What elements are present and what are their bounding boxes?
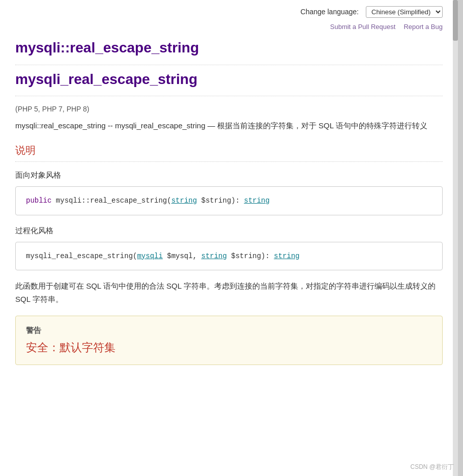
code-block-oop: public mysqli::real_escape_string(string… — [15, 186, 443, 215]
type-return-oop[interactable]: string — [244, 197, 270, 205]
description: mysqli::real_escape_string -- mysqli_rea… — [15, 119, 443, 132]
warning-title: 安全：默认字符集 — [26, 339, 432, 356]
language-select[interactable]: Chinese (Simplified)EnglishJapaneseGerma… — [366, 6, 443, 18]
type-string-proc[interactable]: string — [201, 252, 226, 260]
keyword-public: public — [26, 197, 51, 205]
title-proc: mysqli_real_escape_string — [15, 68, 443, 97]
scrollbar-thumb[interactable] — [453, 0, 458, 41]
type-return-proc[interactable]: string — [274, 252, 299, 260]
scrollbar-track — [453, 0, 458, 476]
submit-pull-request-link[interactable]: Submit a Pull Request — [330, 22, 396, 33]
php-versions: (PHP 5, PHP 7, PHP 8) — [15, 103, 443, 115]
subsection-oop-label: 面向对象风格 — [15, 169, 443, 181]
code-proc-param-mysql: $mysql, — [163, 252, 201, 260]
func-description: 此函数用于创建可在 SQL 语句中使用的合法 SQL 字符串。考虑到连接的当前字… — [15, 279, 443, 305]
top-bar: Change language: Chinese (Simplified)Eng… — [0, 0, 458, 22]
section-divider — [15, 161, 443, 162]
change-language-label: Change language: — [301, 6, 359, 17]
type-mysqli[interactable]: mysqli — [137, 252, 162, 260]
main-content: mysqli::real_escape_string mysqli_real_e… — [0, 37, 458, 365]
code-proc-param2: $string): — [227, 252, 274, 260]
warning-box: 警告 安全：默认字符集 — [15, 316, 443, 365]
code-block-proc: mysqli_real_escape_string(mysqli $mysql,… — [15, 242, 443, 270]
code-param-string: $string): — [197, 197, 244, 205]
top-links: Submit a Pull Request Report a Bug — [0, 22, 458, 37]
warning-label: 警告 — [26, 324, 432, 337]
report-bug-link[interactable]: Report a Bug — [403, 22, 443, 33]
page-wrapper: Change language: Chinese (Simplified)Eng… — [0, 0, 463, 476]
title-oop: mysqli::real_escape_string — [15, 37, 443, 65]
type-string-oop[interactable]: string — [171, 197, 197, 205]
subsection-proc-label: 过程化风格 — [15, 225, 443, 237]
section-title: 说明 — [15, 142, 443, 158]
bottom-credit: CSDN @君衍丁 — [410, 462, 454, 472]
code-proc-func: mysqli_real_escape_string( — [26, 252, 137, 260]
code-func-name: mysqli::real_escape_string( — [56, 197, 171, 205]
